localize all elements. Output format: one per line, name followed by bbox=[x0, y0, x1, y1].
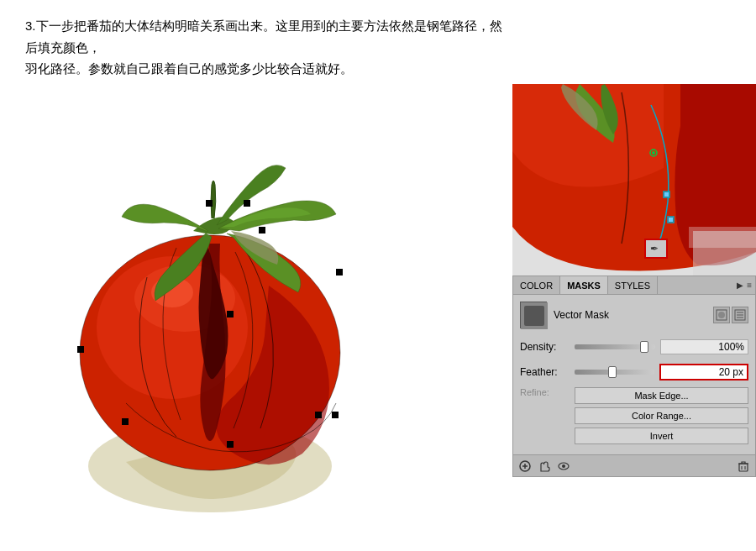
refine-buttons: Mask Edge... Color Range... Invert bbox=[575, 387, 748, 444]
svg-rect-37 bbox=[739, 464, 748, 471]
density-label: Density: bbox=[520, 341, 575, 353]
description-line2: 羽化路径。参数就自己跟着自己的感觉多少比较合适就好。 bbox=[25, 61, 353, 76]
svg-rect-10 bbox=[122, 418, 129, 425]
feather-row: Feather: 20 px bbox=[520, 362, 748, 382]
svg-text:✒: ✒ bbox=[650, 243, 659, 255]
toolbar-trash-icon[interactable] bbox=[735, 459, 752, 474]
svg-rect-28 bbox=[524, 306, 544, 326]
mask-action-icons bbox=[713, 307, 748, 323]
panel-options-icons: ▶ ≡ bbox=[733, 281, 755, 290]
mask-thumbnail bbox=[520, 302, 547, 328]
tab-color[interactable]: COLOR bbox=[513, 276, 560, 294]
invert-button[interactable]: Invert bbox=[575, 428, 748, 444]
svg-rect-8 bbox=[336, 269, 343, 276]
tab-masks[interactable]: MASKS bbox=[560, 276, 608, 294]
panel-arrow-icon[interactable]: ▶ bbox=[737, 281, 743, 290]
panel-tabs: COLOR MASKS STYLES ▶ ≡ bbox=[513, 276, 755, 295]
refine-row: Refine: Mask Edge... Color Range... Inve… bbox=[520, 387, 748, 444]
mask-icon-add[interactable] bbox=[713, 307, 730, 323]
toolbar-circle-icon[interactable] bbox=[517, 459, 533, 474]
svg-point-18 bbox=[652, 151, 655, 155]
panel-body: Vector Mask bbox=[513, 295, 755, 454]
svg-rect-26 bbox=[689, 227, 756, 248]
density-value: 100% bbox=[660, 339, 749, 354]
page-container: 3.下一步把番茄的大体结构明暗关系画出来。这里用到的主要方法依然是钢笔路径，然后… bbox=[0, 0, 756, 551]
toolbar-eye-icon[interactable] bbox=[555, 459, 572, 474]
svg-rect-14 bbox=[227, 441, 234, 448]
tomato-preview-svg: ✒ bbox=[512, 84, 756, 277]
feather-value[interactable]: 20 px bbox=[659, 364, 749, 380]
svg-rect-13 bbox=[315, 412, 322, 418]
svg-rect-11 bbox=[244, 200, 250, 207]
ps-panel: COLOR MASKS STYLES ▶ ≡ bbox=[512, 276, 756, 477]
tomato-preview: ✒ bbox=[512, 84, 756, 277]
right-panel: ✒ COLOR MASKS STYLES bbox=[512, 84, 756, 550]
svg-rect-22 bbox=[669, 218, 673, 222]
description-text: 3.下一步把番茄的大体结构明暗关系画出来。这里用到的主要方法依然是钢笔路径，然后… bbox=[25, 15, 504, 80]
density-row: Density: 100% bbox=[520, 337, 748, 357]
svg-rect-20 bbox=[664, 192, 669, 197]
canvas-area bbox=[25, 84, 504, 529]
svg-rect-6 bbox=[77, 346, 84, 353]
svg-rect-7 bbox=[206, 200, 213, 207]
toolbar-hand-icon[interactable] bbox=[536, 459, 553, 474]
svg-point-36 bbox=[562, 464, 565, 468]
description-line1: 3.下一步把番茄的大体结构明暗关系画出来。这里用到的主要方法依然是钢笔路径，然后… bbox=[25, 18, 502, 55]
color-range-button[interactable]: Color Range... bbox=[575, 407, 748, 424]
panel-menu-icon[interactable]: ≡ bbox=[747, 281, 752, 290]
tomato-illustration bbox=[25, 84, 504, 529]
svg-rect-12 bbox=[259, 227, 265, 234]
svg-point-30 bbox=[718, 312, 725, 318]
tab-styles[interactable]: STYLES bbox=[608, 276, 658, 294]
refine-label: Refine: bbox=[520, 387, 575, 397]
feather-label: Feather: bbox=[520, 366, 575, 378]
vector-mask-label: Vector Mask bbox=[554, 309, 713, 321]
svg-rect-15 bbox=[227, 311, 234, 317]
mask-edge-button[interactable]: Mask Edge... bbox=[575, 387, 748, 404]
vector-mask-row: Vector Mask bbox=[520, 300, 748, 330]
svg-rect-9 bbox=[332, 412, 339, 418]
panel-toolbar bbox=[513, 454, 755, 476]
mask-icon-options[interactable] bbox=[732, 307, 748, 323]
